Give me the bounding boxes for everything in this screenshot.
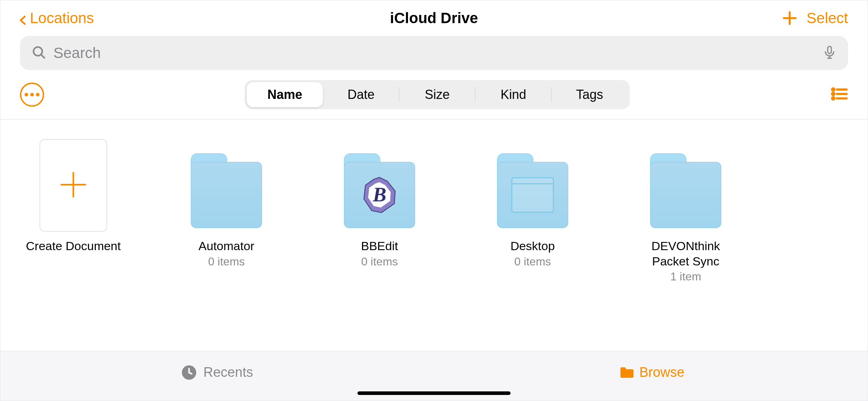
folder-name: BBEdit	[361, 238, 398, 254]
searchbar-container	[0, 36, 868, 80]
ellipsis-icon	[25, 93, 40, 96]
folder-icon: B	[344, 137, 415, 233]
svg-point-9	[832, 93, 834, 95]
svg-point-7	[832, 88, 834, 90]
toolbar: Name Date Size Kind Tags	[0, 80, 868, 119]
more-options-button[interactable]	[20, 83, 44, 107]
tabbar: Recents Browse	[0, 351, 868, 401]
sort-segment-name[interactable]: Name	[247, 82, 323, 107]
bbedit-app-icon: B	[360, 175, 399, 215]
create-document-item[interactable]: Create Document	[20, 137, 127, 254]
desktop-window-icon	[511, 177, 554, 213]
folder-item[interactable]: Automator 0 items	[173, 137, 280, 268]
add-button[interactable]	[782, 10, 798, 26]
search-icon	[31, 45, 46, 61]
files-app: Locations iCloud Drive Select	[0, 0, 868, 401]
folder-subtitle: 0 items	[514, 255, 551, 268]
svg-point-11	[832, 97, 834, 99]
folder-name: Desktop	[511, 238, 555, 254]
chevron-left-icon	[18, 13, 28, 23]
folder-subtitle: 1 item	[670, 270, 701, 283]
searchbar[interactable]	[20, 36, 848, 70]
folder-subtitle: 0 items	[208, 255, 245, 268]
svg-text:B: B	[372, 183, 386, 206]
folder-icon	[650, 137, 721, 233]
page-title: iCloud Drive	[390, 10, 478, 27]
sort-segment-kind[interactable]: Kind	[475, 82, 551, 107]
folder-icon	[617, 365, 633, 380]
tab-browse-label: Browse	[639, 365, 685, 380]
list-icon	[830, 98, 848, 104]
folder-item[interactable]: DEVONthink Packet Sync 1 item	[632, 137, 739, 283]
tab-recents-label: Recents	[203, 365, 253, 380]
file-grid: Create Document Automator 0 items	[0, 120, 868, 351]
folder-item[interactable]: B BBEdit 0 items	[326, 137, 433, 268]
plus-icon	[782, 10, 798, 26]
create-document-icon	[38, 137, 109, 233]
back-button[interactable]: Locations	[18, 10, 94, 27]
create-document-label: Create Document	[26, 238, 121, 254]
svg-line-3	[41, 55, 45, 58]
clock-icon	[181, 365, 197, 380]
navbar: Locations iCloud Drive Select	[0, 0, 868, 36]
folder-icon	[191, 137, 262, 233]
folder-name: Automator	[199, 238, 255, 254]
back-label: Locations	[30, 10, 94, 27]
list-view-button[interactable]	[830, 85, 848, 104]
search-input[interactable]	[53, 44, 815, 62]
sort-segment-size[interactable]: Size	[399, 82, 475, 107]
svg-rect-4	[828, 46, 831, 53]
microphone-icon[interactable]	[822, 45, 837, 61]
folder-item[interactable]: Desktop 0 items	[479, 137, 586, 268]
sort-segment-tags[interactable]: Tags	[551, 82, 628, 107]
select-button[interactable]: Select	[806, 10, 848, 27]
plus-icon	[57, 169, 89, 202]
home-indicator[interactable]	[357, 391, 511, 395]
folder-name: DEVONthink Packet Sync	[632, 238, 739, 269]
sort-segment-date[interactable]: Date	[323, 82, 399, 107]
folder-subtitle: 0 items	[361, 255, 398, 268]
sort-segmented-control: Name Date Size Kind Tags	[245, 80, 630, 109]
folder-icon	[497, 137, 568, 233]
